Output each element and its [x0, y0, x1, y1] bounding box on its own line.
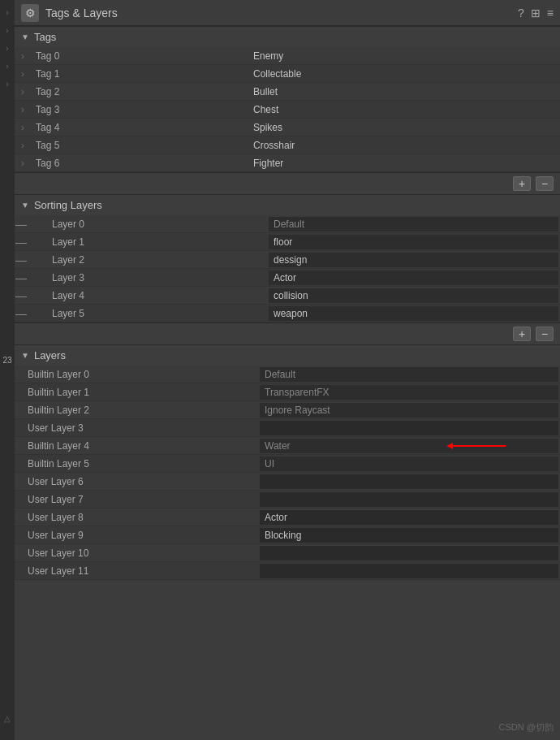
tag1-label: Tag 1 — [31, 68, 250, 80]
tag3-value: Chest — [250, 104, 560, 115]
layer7-value[interactable] — [260, 492, 558, 507]
sidebar-icon-2[interactable]: › — [2, 24, 13, 36]
layer9-value[interactable]: Blocking — [260, 528, 558, 543]
tag0-label: Tag 0 — [31, 50, 250, 62]
table-row: Builtin Layer 4 Water — [15, 437, 560, 455]
sort-layer5-value[interactable]: weapon — [269, 306, 558, 321]
inspector-header: ⚙ Tags & Layers ? ⊞ ≡ — [15, 0, 560, 26]
table-row: — Layer 5 weapon — [15, 305, 560, 322]
tag4-value: Spikes — [250, 122, 560, 133]
tag2-label: Tag 2 — [31, 86, 250, 97]
table-row: — Layer 0 Default — [15, 215, 560, 233]
layer6-label: User Layer 6 — [15, 476, 258, 487]
tags-section-header[interactable]: ▼ Tags — [15, 26, 560, 47]
table-row: User Layer 9 Blocking — [15, 526, 560, 544]
tags-section-title: Tags — [34, 31, 56, 43]
menu-icon[interactable]: ≡ — [547, 6, 554, 19]
table-row: › Tag 4 Spikes — [15, 119, 560, 136]
table-row: › Tag 1 Collectable — [15, 65, 560, 83]
tags-add-button[interactable]: + — [513, 176, 531, 191]
table-row: — Layer 2 dessign — [15, 251, 560, 269]
table-row: User Layer 8 Actor — [15, 508, 560, 526]
layer0-value: Default — [260, 367, 558, 382]
tags-bottom-bar: + − — [15, 172, 560, 194]
table-row: — Layer 4 collision — [15, 287, 560, 305]
sort-layer0-value: Default — [269, 217, 558, 232]
sorting-layers-bottom-bar: + − — [15, 322, 560, 344]
help-icon[interactable]: ? — [518, 6, 524, 19]
sidebar: › › › › › 23 △ — [0, 0, 15, 740]
table-row: › Tag 3 Chest — [15, 101, 560, 119]
layout-icon[interactable]: ⊞ — [531, 6, 541, 19]
tag2-value: Bullet — [250, 86, 560, 97]
layer5-label: Builtin Layer 5 — [15, 458, 258, 470]
layer10-label: User Layer 10 — [15, 547, 258, 559]
tag1-chevron: › — [15, 67, 31, 80]
layer10-value[interactable] — [260, 546, 558, 560]
layer11-label: User Layer 11 — [15, 565, 258, 577]
sorting-layers-rows: — Layer 0 Default — Layer 1 floor — Laye… — [15, 215, 560, 322]
sorting-layers-remove-button[interactable]: − — [536, 327, 554, 341]
layer11-value[interactable] — [260, 564, 558, 578]
layer8-label: User Layer 8 — [15, 512, 258, 523]
header-icons: ? ⊞ ≡ — [518, 6, 554, 19]
sort-layer4-label: Layer 4 — [28, 290, 267, 301]
table-row: › Tag 0 Enemy — [15, 47, 560, 65]
svg-marker-1 — [446, 443, 453, 449]
sidebar-icon-5[interactable]: › — [2, 78, 13, 89]
tags-rows: › Tag 0 Enemy › Tag 1 Collectable › Tag … — [15, 47, 560, 172]
tag6-value: Fighter — [250, 158, 560, 169]
layers-section-title: Layers — [34, 349, 66, 361]
header-title: Tags & Layers — [45, 6, 118, 19]
layer1-label: Builtin Layer 1 — [15, 387, 258, 398]
layer8-value[interactable]: Actor — [260, 510, 558, 525]
layer9-label: User Layer 9 — [15, 530, 258, 541]
sorting-layers-add-button[interactable]: + — [513, 327, 531, 341]
sort-layer2-value[interactable]: dessign — [269, 253, 558, 267]
sidebar-icon-3[interactable]: › — [2, 42, 13, 54]
tag0-chevron: › — [15, 50, 31, 62]
layer1-value: TransparentFX — [260, 385, 558, 400]
sorting-layers-section-header[interactable]: ▼ Sorting Layers — [15, 194, 560, 215]
tag6-label: Tag 6 — [31, 158, 250, 169]
table-row: User Layer 3 — [15, 419, 560, 437]
layer7-label: User Layer 7 — [15, 494, 258, 505]
gear-icon: ⚙ — [21, 4, 39, 22]
tag3-chevron: › — [15, 103, 31, 115]
table-row: User Layer 7 — [15, 491, 560, 508]
layer4-label: Builtin Layer 4 — [15, 440, 258, 452]
table-row: — Layer 3 Actor — [15, 269, 560, 287]
tag6-chevron: › — [15, 157, 31, 169]
sort-layer5-label: Layer 5 — [28, 308, 267, 319]
tag4-label: Tag 4 — [31, 122, 250, 133]
table-row: User Layer 10 — [15, 544, 560, 562]
sorting-layers-title: Sorting Layers — [34, 199, 102, 211]
table-row: Builtin Layer 2 Ignore Raycast — [15, 401, 560, 419]
layer0-label: Builtin Layer 0 — [15, 369, 258, 380]
sort-layer3-value[interactable]: Actor — [269, 270, 558, 285]
table-row: Builtin Layer 5 UI — [15, 455, 560, 473]
sort-layer1-label: Layer 1 — [28, 236, 267, 248]
sort-layer4-value[interactable]: collision — [269, 288, 558, 303]
table-row: › Tag 6 Fighter — [15, 154, 560, 172]
sort-layer1-value[interactable]: floor — [269, 235, 558, 249]
table-row: › Tag 5 Crosshair — [15, 136, 560, 154]
sort-layer3-label: Layer 3 — [28, 272, 267, 283]
sort-layer2-label: Layer 2 — [28, 254, 267, 266]
table-row: — Layer 1 floor — [15, 233, 560, 251]
layers-section-header[interactable]: ▼ Layers — [15, 344, 560, 366]
layer3-value[interactable] — [260, 421, 558, 435]
layer3-label: User Layer 3 — [15, 422, 258, 434]
table-row: › Tag 2 Bullet — [15, 83, 560, 101]
tag4-chevron: › — [15, 121, 31, 133]
layer6-value[interactable] — [260, 474, 558, 489]
tag5-value: Crosshair — [250, 140, 560, 151]
sidebar-icon-4[interactable]: › — [2, 60, 13, 71]
tags-remove-button[interactable]: − — [536, 176, 554, 191]
sidebar-scroll-up[interactable]: △ — [2, 712, 13, 724]
sidebar-icon-1[interactable]: › — [2, 6, 13, 18]
sidebar-icon-23: 23 — [2, 355, 13, 366]
main-content: ⚙ Tags & Layers ? ⊞ ≡ ▼ Tags › Tag 0 Ene… — [15, 0, 560, 740]
layer5-value: UI — [260, 457, 558, 471]
layer2-label: Builtin Layer 2 — [15, 405, 258, 416]
